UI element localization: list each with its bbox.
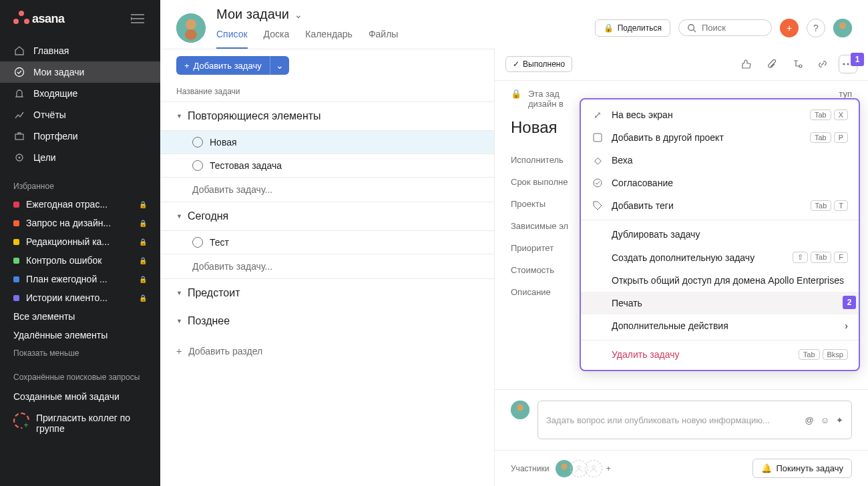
- nav-goals[interactable]: Цели: [0, 147, 160, 168]
- favorite-item[interactable]: Истории клиенто...🔒: [0, 288, 160, 307]
- emoji-icon[interactable]: ☺: [821, 415, 829, 425]
- milestone-icon: ◇: [592, 155, 604, 166]
- favorite-item[interactable]: Контроль ошибок🔒: [0, 251, 160, 270]
- menu-approval[interactable]: Согласование: [581, 172, 859, 194]
- complete-toggle[interactable]: [192, 237, 203, 248]
- menu-print[interactable]: Печать 2: [581, 292, 859, 314]
- collapse-sidebar-button[interactable]: [128, 9, 147, 28]
- svg-point-17: [517, 405, 523, 411]
- svg-point-11: [843, 63, 845, 65]
- lock-icon: 🔒: [139, 276, 147, 283]
- nav-portfolios[interactable]: Портфели: [0, 126, 160, 147]
- complete-toggle[interactable]: [192, 137, 203, 148]
- favorite-item[interactable]: Запрос на дизайн...🔒: [0, 214, 160, 232]
- search-input[interactable]: [702, 23, 762, 33]
- leave-task-button[interactable]: 🔔Покинуть задачу: [752, 459, 852, 478]
- svg-point-20: [578, 465, 581, 469]
- invite-teammates-button[interactable]: Пригласить коллег по группе: [0, 406, 160, 441]
- add-task-dropdown[interactable]: ⌄: [270, 56, 289, 75]
- comment-input[interactable]: Задать вопрос или опубликовать новую инф…: [537, 401, 852, 439]
- page-header: Мои задачи ⌄ Список Доска Календарь Файл…: [160, 0, 868, 49]
- bell-icon: [13, 87, 25, 99]
- menu-add-to-project[interactable]: Добавить в другой проект TabP: [581, 126, 859, 149]
- svg-point-15: [594, 179, 602, 187]
- profile-avatar[interactable]: [833, 19, 852, 37]
- chart-icon: [13, 109, 25, 121]
- nav-reports[interactable]: Отчёты: [0, 104, 160, 126]
- page-title[interactable]: Мои задачи ⌄: [216, 7, 584, 22]
- mark-complete-button[interactable]: ✓Выполнено: [505, 56, 572, 72]
- omnibutton[interactable]: +: [780, 19, 799, 37]
- svg-rect-6: [185, 29, 197, 39]
- tab-calendar[interactable]: Календарь: [305, 25, 353, 49]
- favorite-label: Редакционный ка...: [26, 236, 132, 247]
- project-color-icon: [13, 276, 19, 282]
- menu-add-tags[interactable]: Добавить теги TabT: [581, 194, 859, 217]
- nav-inbox[interactable]: Входящие: [0, 83, 160, 104]
- show-less-link[interactable]: Показать меньше: [0, 344, 160, 362]
- view-tabs: Список Доска Календарь Файлы: [216, 25, 584, 49]
- star-icon[interactable]: ✦: [836, 415, 843, 425]
- logo[interactable]: asana: [13, 11, 65, 27]
- favorites-heading: Избранное: [0, 171, 160, 195]
- tab-files[interactable]: Файлы: [369, 25, 398, 49]
- nav-label: Портфели: [33, 131, 78, 142]
- favorite-item[interactable]: Ежегодная отрас...🔒: [0, 195, 160, 214]
- svg-rect-1: [15, 134, 23, 140]
- tag-icon: [592, 201, 604, 210]
- saved-searches-heading: Сохранённые поисковые запросы: [0, 362, 160, 387]
- briefcase-icon: [13, 130, 25, 142]
- favorite-label: Истории клиенто...: [26, 292, 132, 303]
- nav-my-tasks[interactable]: Мои задачи: [0, 61, 160, 83]
- favorite-item[interactable]: Редакционный ка...🔒: [0, 232, 160, 251]
- svg-point-12: [847, 63, 849, 65]
- chevron-down-icon: ⌄: [276, 60, 284, 71]
- bell-icon: 🔔: [761, 463, 772, 473]
- home-icon: [13, 45, 25, 57]
- menu-delete-task[interactable]: Удалить задачуTabBksp: [581, 343, 859, 366]
- subtask-button[interactable]: [788, 55, 807, 73]
- menu-make-public[interactable]: Открыть общий доступ для домена Apollo E…: [581, 269, 859, 292]
- add-task-button[interactable]: +Добавить задачу: [176, 56, 270, 75]
- favorite-label: План ежегодной ...: [26, 274, 132, 284]
- task-detail-panel: ✓Выполнено 1 🔒 Эта зад дизайн в: [494, 48, 868, 486]
- favorite-label: Ежегодная отрас...: [26, 199, 132, 210]
- lock-icon: 🔒: [604, 23, 614, 33]
- attachment-button[interactable]: [763, 55, 781, 73]
- expand-icon: ⤢: [592, 109, 604, 120]
- copy-link-button[interactable]: [813, 55, 832, 73]
- comment-avatar: [511, 401, 529, 419]
- menu-create-followup[interactable]: Создать дополнительную задачу⇧TabF: [581, 246, 859, 269]
- add-follower-button[interactable]: +: [600, 460, 617, 477]
- svg-point-3: [19, 157, 21, 159]
- nav-label: Мои задачи: [33, 67, 84, 77]
- tab-list[interactable]: Список: [216, 25, 248, 49]
- created-by-me-link[interactable]: Созданные мной задачи: [0, 387, 160, 406]
- project-color-icon: [13, 239, 19, 245]
- tab-board[interactable]: Доска: [264, 25, 290, 49]
- svg-point-19: [562, 463, 568, 469]
- detail-toolbar: ✓Выполнено: [495, 48, 868, 81]
- lock-icon: 🔒: [139, 257, 147, 264]
- invite-label: Пригласить коллег по группе: [36, 413, 147, 434]
- add-task-button-group: +Добавить задачу ⌄: [176, 56, 289, 75]
- share-button[interactable]: 🔒Поделиться: [595, 19, 670, 37]
- menu-fullscreen[interactable]: ⤢ На весь экран TabX: [581, 103, 859, 126]
- help-button[interactable]: ?: [807, 19, 825, 37]
- at-mention-icon[interactable]: @: [805, 415, 814, 425]
- complete-toggle[interactable]: [192, 160, 203, 171]
- search-box[interactable]: [678, 19, 772, 36]
- deleted-items-link[interactable]: Удалённые элементы: [0, 326, 160, 344]
- favorite-item[interactable]: План ежегодной ...🔒: [0, 270, 160, 288]
- menu-more-actions[interactable]: Дополнительные действия›: [581, 314, 859, 337]
- menu-milestone[interactable]: ◇ Веха: [581, 149, 859, 172]
- task-name: Тест: [210, 237, 229, 248]
- favorite-label: Контроль ошибок: [26, 255, 132, 266]
- chevron-right-icon: ›: [845, 320, 848, 331]
- nav-home[interactable]: Главная: [0, 40, 160, 61]
- user-avatar[interactable]: [176, 13, 206, 43]
- menu-duplicate[interactable]: Дублировать задачу: [581, 223, 859, 246]
- all-items-link[interactable]: Все элементы: [0, 307, 160, 326]
- like-button[interactable]: [737, 55, 756, 73]
- check-circle-icon: [13, 66, 25, 78]
